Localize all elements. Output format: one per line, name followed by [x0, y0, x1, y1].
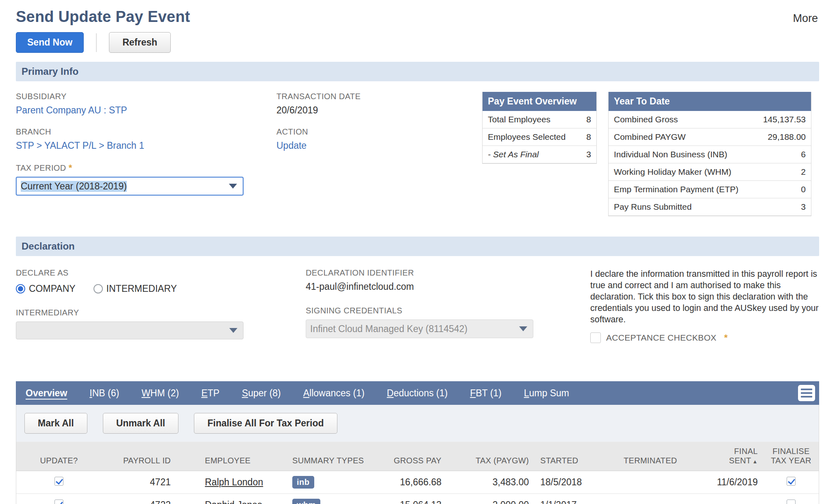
- dropdown-arrow-icon: [519, 326, 527, 331]
- finalise-all-button[interactable]: Finalise All For Tax Period: [194, 413, 337, 434]
- finalise-tax-year-checkbox[interactable]: [787, 500, 796, 504]
- update-checkbox[interactable]: [54, 477, 63, 486]
- branch-field: BRANCH STP > YALACT P/L > Branch 1: [16, 127, 276, 151]
- tax-period-label: TAX PERIOD*: [16, 163, 276, 173]
- list-view-icon[interactable]: [798, 385, 815, 401]
- acceptance-checkbox[interactable]: [590, 332, 601, 343]
- started-column-header: STARTED: [535, 442, 618, 471]
- finalise-tax-year-checkbox[interactable]: [787, 477, 796, 486]
- tab-lump-sum[interactable]: Lump Sum: [524, 388, 569, 399]
- dropdown-arrow-icon: [229, 184, 237, 189]
- table-row: 4721 Ralph London inb 16,666.68 3,483.00…: [16, 471, 819, 494]
- intermediary-radio-label: INTERMEDIARY: [107, 283, 177, 294]
- gross-pay-cell: 15,064.13: [374, 494, 447, 504]
- table-row: 4722 Daphid Jones whm 15,064.13 2,000.00…: [16, 494, 819, 504]
- tax-paygw-cell: 2,000.00: [447, 494, 535, 504]
- action-link[interactable]: Update: [276, 140, 307, 151]
- employee-column-header: EMPLOYEE: [199, 442, 287, 471]
- grid-toolbar: Mark All Unmark All Finalise All For Tax…: [16, 405, 819, 442]
- terminated-cell: [618, 494, 703, 504]
- primary-info-content: SUBSIDIARY Parent Company AU : STP BRANC…: [0, 81, 835, 216]
- tab-fbt[interactable]: FBT (1): [470, 388, 502, 399]
- inb-count-row: Individual Non Business (INB) 6: [609, 146, 811, 163]
- summary-types-cell: inb: [287, 471, 374, 494]
- intermediary-radio-option[interactable]: INTERMEDIARY: [94, 283, 177, 294]
- intermediary-radio[interactable]: [94, 284, 103, 293]
- tax-period-field: TAX PERIOD* Current Year (2018-2019): [16, 163, 276, 196]
- company-radio[interactable]: [16, 284, 25, 293]
- gross-pay-cell: 16,666.68: [374, 471, 447, 494]
- subsidiary-link[interactable]: Parent Company AU : STP: [16, 105, 127, 115]
- primary-info-middle-column: TRANSACTION DATE 20/6/2019 ACTION Update: [276, 92, 482, 216]
- terminated-cell: [618, 471, 703, 494]
- tab-overview[interactable]: Overview: [26, 388, 67, 399]
- declare-as-radio-group: COMPANY INTERMEDIARY: [16, 283, 306, 294]
- signing-credentials-value: Infinet Cloud Managed Key (8114542): [310, 324, 468, 335]
- declaration-section-header: Declaration: [16, 237, 819, 256]
- pay-event-overview-panel: Pay Event Overview Total Employees 8 Emp…: [482, 92, 597, 164]
- dropdown-arrow-icon: [229, 328, 237, 333]
- transaction-date-field: TRANSACTION DATE 20/6/2019: [276, 92, 482, 116]
- primary-info-section-title: Primary Info: [22, 66, 78, 77]
- primary-info-left-column: SUBSIDIARY Parent Company AU : STP BRANC…: [16, 92, 276, 216]
- update-checkbox[interactable]: [54, 500, 63, 504]
- declare-as-label: DECLARE AS: [16, 268, 306, 278]
- update-column-header: UPDATE?: [16, 442, 102, 471]
- more-link[interactable]: More: [793, 12, 818, 25]
- employee-link[interactable]: Daphid Jones: [205, 500, 262, 504]
- tab-etp[interactable]: ETP: [201, 388, 220, 399]
- final-sent-cell: [703, 494, 763, 504]
- update-cell: [16, 494, 102, 504]
- final-sent-cell: 11/6/2019: [703, 471, 763, 494]
- declaration-identifier-field: DECLARATION IDENTIFIER 41-paul@infinetcl…: [306, 268, 590, 292]
- tab-whm[interactable]: WHM (2): [141, 388, 179, 399]
- whm-count-row: Working Holiday Maker (WHM) 2: [609, 163, 811, 181]
- payroll-id-column-header: PAYROLL ID: [102, 442, 199, 471]
- combined-gross-row: Combined Gross 145,137.53: [609, 111, 811, 128]
- page-header: Send Update Pay Event More: [0, 0, 835, 26]
- signing-credentials-select[interactable]: Infinet Cloud Managed Key (8114542): [306, 319, 533, 338]
- tab-bar: Overview INB (6) WHM (2) ETP Super (8) A…: [16, 381, 819, 405]
- acceptance-row: ACCEPTANCE CHECKBOX *: [590, 332, 819, 343]
- tax-period-selected-value: Current Year (2018-2019): [21, 181, 127, 192]
- branch-label: BRANCH: [16, 127, 276, 137]
- signing-credentials-field: SIGNING CREDENTIALS Infinet Cloud Manage…: [306, 306, 590, 338]
- year-to-date-panel: Year To Date Combined Gross 145,137.53 C…: [608, 92, 811, 216]
- terminated-column-header: TERMINATED: [618, 442, 703, 471]
- total-employees-row: Total Employees 8: [483, 111, 596, 128]
- tab-deductions[interactable]: Deductions (1): [387, 388, 448, 399]
- employee-grid-area: Mark All Unmark All Finalise All For Tax…: [16, 405, 819, 504]
- company-radio-option[interactable]: COMPANY: [16, 283, 76, 294]
- tab-inb[interactable]: INB (6): [89, 388, 119, 399]
- started-cell: 1/1/2017: [535, 494, 618, 504]
- table-header-row: UPDATE? PAYROLL ID EMPLOYEE SUMMARY TYPE…: [16, 442, 819, 471]
- branch-link[interactable]: STP > YALACT P/L > Branch 1: [16, 140, 144, 151]
- payroll-id-cell: 4721: [102, 471, 199, 494]
- unmark-all-button[interactable]: Unmark All: [103, 413, 179, 434]
- declaration-identifier-label: DECLARATION IDENTIFIER: [306, 268, 590, 278]
- tax-paygw-column-header: TAX (PAYGW): [447, 442, 535, 471]
- tax-period-select[interactable]: Current Year (2018-2019): [16, 177, 244, 196]
- tab-allowances[interactable]: Allowances (1): [303, 388, 365, 399]
- payroll-id-cell: 4722: [102, 494, 199, 504]
- mark-all-button[interactable]: Mark All: [24, 413, 87, 434]
- action-label: ACTION: [276, 127, 482, 137]
- intermediary-select[interactable]: [16, 322, 244, 339]
- employee-table: UPDATE? PAYROLL ID EMPLOYEE SUMMARY TYPE…: [16, 442, 819, 504]
- summary-types-cell: whm: [287, 494, 374, 504]
- refresh-button[interactable]: Refresh: [109, 32, 171, 53]
- transaction-date-value: 20/6/2019: [276, 105, 482, 116]
- declaration-middle-column: DECLARATION IDENTIFIER 41-paul@infinetcl…: [306, 268, 590, 350]
- update-cell: [16, 471, 102, 494]
- tab-super[interactable]: Super (8): [242, 388, 281, 399]
- final-sent-column-header[interactable]: FINAL SENT▲: [703, 442, 763, 471]
- subsidiary-field: SUBSIDIARY Parent Company AU : STP: [16, 92, 276, 116]
- send-now-button[interactable]: Send Now: [16, 32, 84, 53]
- page-title: Send Update Pay Event: [16, 8, 190, 26]
- gross-pay-column-header: GROSS PAY: [374, 442, 447, 471]
- finalise-tax-year-cell: [763, 471, 819, 494]
- employee-link[interactable]: Ralph London: [205, 477, 263, 487]
- pay-runs-submitted-row: Pay Runs Submitted 3: [609, 198, 811, 216]
- intermediary-field-label: INTERMEDIARY: [16, 308, 306, 317]
- declaration-identifier-value: 41-paul@infinetcloud.com: [306, 281, 590, 292]
